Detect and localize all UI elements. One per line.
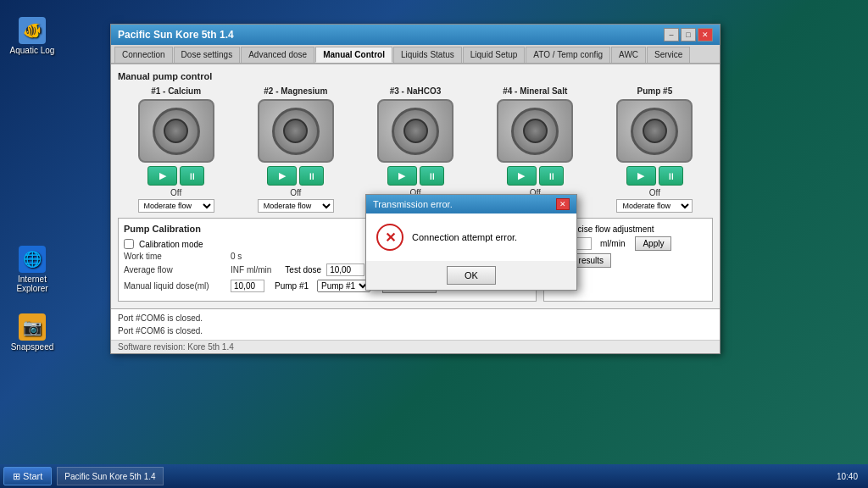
calibration-mode-label: Calibration mode <box>139 240 203 249</box>
pump-1-pause-button[interactable]: ⏸ <box>180 166 204 186</box>
app-window: Pacific Sun Kore 5th 1.4 – □ ✕ Connectio… <box>110 24 721 354</box>
dialog-ok-button[interactable]: OK <box>447 266 496 285</box>
pump-col-2: #2 - Magnesium ▶ ⏸ Off Moderate flow <box>237 86 353 213</box>
test-dose-input[interactable] <box>326 263 364 276</box>
pump-4-image <box>497 99 573 163</box>
pump-1-flow-select[interactable]: Moderate flow <box>138 199 214 213</box>
tab-manual-control[interactable]: Manual Control <box>315 47 392 63</box>
pump-5-label: Pump #5 <box>637 86 673 96</box>
tab-awc[interactable]: AWC <box>611 47 646 63</box>
pump-3-pause-button[interactable]: ⏸ <box>420 166 444 186</box>
precise-flow-label: Precise flow adjustment <box>565 225 654 234</box>
pump-4-play-button[interactable]: ▶ <box>507 166 537 186</box>
pump-3-controls: ▶ ⏸ <box>387 166 444 186</box>
maximize-button[interactable]: □ <box>681 28 696 42</box>
calibration-mode-checkbox[interactable] <box>124 239 134 249</box>
snapspeed-icon: 📷 <box>19 313 46 341</box>
apply-button[interactable]: Apply <box>635 236 671 251</box>
tab-service[interactable]: Service <box>647 47 690 63</box>
taskbar: ⊞ Start Pacific Sun Kore 5th 1.4 10:40 <box>0 464 868 488</box>
dialog-title: Transmission error. <box>373 199 453 209</box>
pump-1-status: Off <box>170 188 181 197</box>
pump-1-label: #1 - Calcium <box>151 86 201 96</box>
pump-2-status: Off <box>290 188 301 197</box>
pump-5-play-button[interactable]: ▶ <box>626 166 656 186</box>
pump-5-controls: ▶ ⏸ <box>626 166 683 186</box>
dialog-message: Connection attempt error. <box>412 232 517 242</box>
pump-1-image <box>138 99 214 163</box>
desktop-icon-ie[interactable]: 🌐 Internet Explorer <box>7 246 58 293</box>
pump-col-1: #1 - Calcium ▶ ⏸ Off Moderate flow <box>118 86 234 213</box>
app-title: Pacific Sun Kore 5th 1.4 <box>118 29 234 41</box>
error-icon <box>376 224 403 251</box>
dialog-content: Connection attempt error. <box>366 214 576 261</box>
manual-dose-input[interactable] <box>231 280 264 292</box>
minimize-button[interactable]: – <box>664 28 679 42</box>
average-flow-value: INF ml/min <box>231 265 271 274</box>
pump-5-pause-button[interactable]: ⏸ <box>659 166 683 186</box>
tab-liquid-setup[interactable]: Liquid Setup <box>463 47 526 63</box>
status-line-2: Port #COM6 is closed. <box>118 324 713 337</box>
status-bar: Port #COM6 is closed. Port #COM6 is clos… <box>111 308 720 340</box>
start-button[interactable]: ⊞ Start <box>3 467 52 485</box>
close-button[interactable]: ✕ <box>698 28 713 42</box>
tab-connection[interactable]: Connection <box>114 47 173 63</box>
pump-3-image <box>377 99 453 163</box>
average-flow-label: Average flow <box>124 265 225 274</box>
taskbar-app-task[interactable]: Pacific Sun Kore 5th 1.4 <box>57 467 163 485</box>
tab-dose-settings[interactable]: Dose settings <box>174 47 241 63</box>
tab-advanced-dose[interactable]: Advanced dose <box>241 47 314 63</box>
pump-2-controls: ▶ ⏸ <box>267 166 324 186</box>
dialog-close-button[interactable]: ✕ <box>556 198 570 210</box>
dialog-title-bar: Transmission error. ✕ <box>366 195 576 214</box>
software-revision: Software revision: Kore 5th 1.4 <box>111 340 720 353</box>
tab-bar: Connection Dose settings Advanced dose M… <box>111 45 720 64</box>
precise-unit: ml/min <box>600 239 625 248</box>
tab-ato-temp[interactable]: ATO / Temp config <box>526 47 610 63</box>
pump-2-flow-select[interactable]: Moderate flow <box>258 199 334 213</box>
pump-select-label: Pump #1 <box>275 281 309 291</box>
pump-2-image <box>258 99 334 163</box>
pump-3-play-button[interactable]: ▶ <box>387 166 417 186</box>
transmission-error-dialog: Transmission error. ✕ Connection attempt… <box>365 194 577 291</box>
pump-4-pause-button[interactable]: ⏸ <box>539 166 564 186</box>
pump-5-flow-select[interactable]: Moderate flow <box>616 199 693 213</box>
pump-col-5: Pump #5 ▶ ⏸ Off Moderate flow <box>597 86 713 213</box>
pump-2-label: #2 - Magnesium <box>264 86 327 96</box>
pump-4-label: #4 - Mineral Salt <box>503 86 567 96</box>
desktop-icon-aquatic-log[interactable]: 🐠 Aquatic Log <box>7 17 58 55</box>
taskbar-time: 10:40 <box>837 472 865 481</box>
aquatic-log-icon: 🐠 <box>19 17 46 44</box>
desktop-icon-snapspeed[interactable]: 📷 Snapspeed <box>7 313 58 352</box>
tab-liquids-status[interactable]: Liquids Status <box>393 47 462 63</box>
pump-3-label: #3 - NaHCO3 <box>390 86 442 96</box>
title-bar: Pacific Sun Kore 5th 1.4 – □ ✕ <box>111 25 720 45</box>
pump-1-play-button[interactable]: ▶ <box>147 166 177 186</box>
work-time-label: Work time <box>124 252 225 261</box>
pump-1-controls: ▶ ⏸ <box>147 166 204 186</box>
pump-5-status: Off <box>649 188 660 197</box>
pump-4-controls: ▶ ⏸ <box>507 166 564 186</box>
test-dose-label: Test dose <box>285 265 321 274</box>
pump-select[interactable]: Pump #1 <box>317 280 370 292</box>
pump-5-image <box>616 99 693 163</box>
manual-pump-control-title: Manual pump control <box>118 71 713 81</box>
desktop: 🐠 Aquatic Log 🌐 Internet Explorer 📷 Snap… <box>0 0 868 488</box>
work-time-value: 0 s <box>231 252 242 261</box>
status-line-1: Port #COM6 is closed. <box>118 312 713 324</box>
internet-explorer-icon: 🌐 <box>19 246 46 273</box>
pump-2-play-button[interactable]: ▶ <box>267 166 297 186</box>
dialog-footer: OK <box>366 261 576 290</box>
manual-dose-label: Manual liquid dose(ml) <box>124 281 225 291</box>
title-bar-buttons: – □ ✕ <box>664 28 713 42</box>
pump-2-pause-button[interactable]: ⏸ <box>299 166 324 186</box>
